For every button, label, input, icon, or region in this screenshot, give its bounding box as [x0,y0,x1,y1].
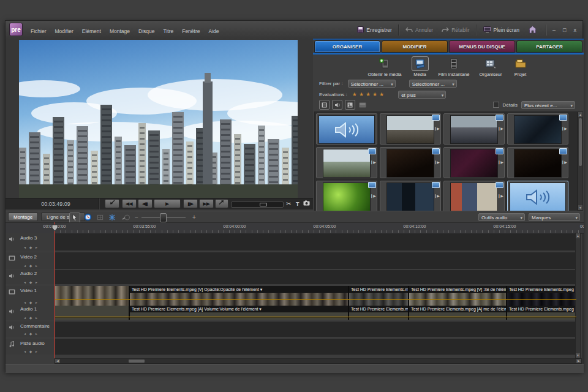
audio-clip-1[interactable] [55,306,129,320]
scroll-up-arrow[interactable]: ▲ [578,112,582,117]
audio-clip-2[interactable]: Test HD Premiere Elements.mpeg [A] Volum… [129,306,349,320]
undo-button[interactable]: Annuler [401,24,437,36]
note-icon[interactable] [8,341,15,347]
menu-fichier[interactable]: Fichier [26,23,51,40]
menu-fenêtre[interactable]: Fenêtre [178,23,204,40]
rewind-button[interactable]: ◀◀ [122,199,137,208]
media-item-1[interactable] [316,113,377,145]
menu-modifier[interactable]: Modifier [51,23,78,40]
filter-select-2[interactable]: Sélectionner ...▾ [409,80,457,88]
menu-titre[interactable]: Titre [159,23,178,40]
media-item-7[interactable]: ❙▶ [443,147,505,178]
properties-tool[interactable] [95,213,105,222]
tool-media[interactable]: Média [412,56,429,78]
media-item-11[interactable]: ❙▶ [443,181,505,212]
time-stretch-tool[interactable] [83,213,92,222]
rubber-band[interactable] [55,299,576,300]
fast-forward-button[interactable]: ▶▶ [199,199,214,208]
view-button-montage[interactable]: Montage [8,213,38,221]
track-trim-controls[interactable]: ◂ ◆ ▸ [24,263,39,268]
track-lane-piste-audio[interactable] [55,339,576,355]
audio-clip-5[interactable]: Test HD Premiere Elements.mpeg [A] ne:V [507,306,576,320]
scroll-thumb[interactable] [129,360,145,363]
audio-clip-4[interactable]: Test HD Premiere Elements.mpeg [A] me de… [409,306,507,320]
selection-tool[interactable] [69,213,80,223]
zoom-out-button[interactable]: − [132,213,141,222]
speaker-icon[interactable] [8,308,15,314]
redo-button[interactable]: Rétablir [437,24,473,36]
marker-tool[interactable] [121,213,130,222]
film-icon[interactable] [8,255,15,261]
tab-partager[interactable]: PARTAGER [516,40,582,53]
play-button[interactable]: ▶ [154,199,181,208]
track-trim-controls[interactable]: ◂ ◆ ▸ [24,315,39,320]
add-text-icon[interactable]: T [296,200,300,208]
menu-elément[interactable]: Elément [78,23,105,40]
tab-menus-du-disque[interactable]: MENUS DU DISQUE [449,40,515,53]
scroll-down-arrow[interactable]: ▼ [576,353,580,358]
menu-disque[interactable]: Disque [134,23,159,40]
video-clip-5[interactable]: Test HD Premiere Elements.mpeg [V] té:O [507,286,576,306]
track-lane-audio-2[interactable] [55,270,576,284]
track-lane-audio-3[interactable] [55,233,576,251]
track-lane-vidéo-2[interactable] [55,252,576,269]
details-checkbox[interactable] [493,102,499,108]
tool-project[interactable]: Projet [512,56,529,78]
tab-organiser[interactable]: ORGANISER [314,40,380,53]
speaker-icon[interactable] [8,236,15,242]
timeline-hscrollbar[interactable]: ◀ ▶ [55,358,582,364]
smart-trim-tool[interactable] [107,213,117,222]
video-preview[interactable] [19,40,298,198]
tool-instant-movie[interactable]: Film instantané [439,56,470,78]
zoom-in-button[interactable]: + [189,213,199,222]
tab-modifier[interactable]: MODIFIER [382,40,448,53]
media-item-6[interactable]: ❙▶ [380,147,441,178]
track-lane-audio-1[interactable]: Test HD Premiere Elements.mpeg [A] Volum… [55,306,576,320]
scroll-left-arrow[interactable]: ◀ [55,359,60,363]
media-item-8[interactable]: ❙▶ [507,147,568,178]
audio-clip-3[interactable]: Test HD Premiere Elements.mpe [349,306,409,320]
ratings-mode-select[interactable]: et plus▾ [398,91,446,99]
audio-tools-select[interactable]: Outils audio▾ [478,213,525,221]
media-item-4[interactable]: ❙▶ [507,113,568,145]
video-clip-2[interactable]: Test HD Premiere Elements.mpeg [V] Opaci… [129,286,349,306]
markers-select[interactable]: Marques▾ [529,213,580,221]
go-end-button[interactable] [215,199,228,208]
video-clip-1[interactable] [55,286,129,306]
shuttle-thumb[interactable] [260,203,267,206]
track-trim-controls[interactable]: ◂ ◆ ▸ [24,300,39,304]
filter-project-button[interactable] [358,100,367,109]
zoom-slider[interactable] [141,215,186,219]
media-item-10[interactable]: ❙▶ [380,181,441,212]
track-lane-vidéo-1[interactable]: Test HD Premiere Elements.mpeg [V] Opaci… [55,286,576,306]
shuttle-slider[interactable] [231,202,284,208]
tracks-scrollbar[interactable]: ▲ ▼ [575,233,581,358]
sort-select[interactable]: Plus récent e...▾ [521,101,575,109]
filter-photo-button[interactable] [345,100,355,110]
filter-video-button[interactable] [319,100,330,110]
home-button[interactable] [524,24,544,36]
tool-organizer[interactable]: Organiseur [479,56,502,78]
filter-select-1[interactable]: Sélectionner ...▾ [348,80,396,88]
tool-get-media[interactable]: Obtenir le média [368,56,402,78]
playhead-line[interactable] [55,222,55,358]
rating-stars[interactable]: ★★★★★ [352,91,386,97]
go-start-button[interactable] [105,199,119,208]
track-lane-commentaire[interactable] [55,322,576,337]
freeze-frame-icon[interactable] [303,200,310,208]
video-clip-4[interactable]: Test HD Premiere Elements.mpeg [V] :ité … [409,286,507,306]
filter-audio-button[interactable] [332,100,342,110]
menu-aide[interactable]: Aide [204,23,223,40]
media-item-9[interactable]: ❙▶ [316,181,377,212]
menu-montage[interactable]: Montage [105,23,134,40]
track-trim-controls[interactable]: ◂ ◆ ▸ [24,331,39,336]
rubber-band[interactable] [55,317,576,317]
scroll-thumb[interactable] [579,118,582,166]
close-button[interactable]: x [570,27,581,33]
speaker-icon[interactable] [8,324,15,330]
minimize-button[interactable]: – [549,27,559,33]
track-trim-controls[interactable]: ◂ ◆ ▸ [24,280,39,284]
video-clip-3[interactable]: Test HD Premiere Elements.mpe [349,286,409,306]
split-clip-icon[interactable]: ✂ [286,200,291,208]
media-grid-scrollbar[interactable]: ▲ ▼ [578,111,583,211]
